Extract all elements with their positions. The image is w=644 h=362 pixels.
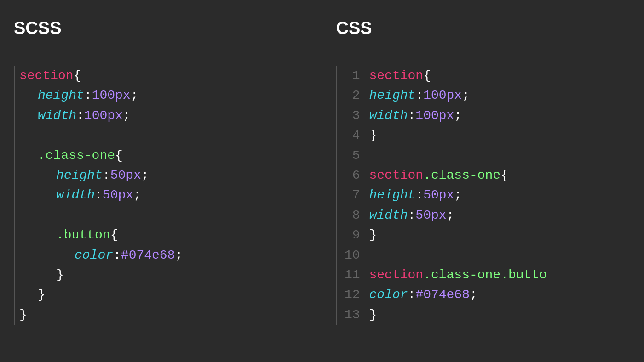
scss-line-3: width: 100px; <box>19 106 308 125</box>
css-line-9: 9 } <box>342 225 631 245</box>
css-line-12: 12 color: #074e68; <box>342 285 631 305</box>
scss-line-2: height: 100px; <box>19 85 308 105</box>
css-class-one-6: .class-one <box>423 165 500 185</box>
scss-line-5: .class-one { <box>19 146 308 165</box>
css-line-8: 8 width: 50px; <box>342 205 631 225</box>
scss-val-100px-2: 100px <box>84 106 123 125</box>
scss-code-block: section { height: 100px; width: 100px; .… <box>14 66 308 325</box>
css-line-5: 5 <box>342 146 631 165</box>
css-line-7: 7 height: 50px; <box>342 185 631 205</box>
css-prop-width2: width <box>369 205 408 225</box>
scss-class-one: .class-one <box>38 146 115 165</box>
css-class-button-11: .butto <box>500 265 547 285</box>
css-selector-section-2: section <box>369 165 424 185</box>
css-val-50px-2: 50px <box>415 205 446 225</box>
scss-class-button: .button <box>56 225 110 245</box>
css-linenum-5: 5 <box>342 146 360 165</box>
css-title: CSS <box>336 18 631 38</box>
css-line-4: 4 } <box>342 125 631 145</box>
css-linenum-13: 13 <box>342 305 360 325</box>
css-code-block: 1 section { 2 height: 100px; 3 width: 10… <box>336 66 631 325</box>
css-linenum-8: 8 <box>342 205 360 225</box>
css-linenum-4: 4 <box>342 125 360 145</box>
scss-line-6: height: 50px; <box>19 165 308 185</box>
css-line-2: 2 height: 100px; <box>342 85 631 105</box>
scss-title: SCSS <box>14 18 308 38</box>
scss-line-13: } <box>19 305 308 325</box>
css-selector-section-1: section <box>369 66 424 85</box>
scss-prop-width1: width <box>38 106 76 125</box>
css-linenum-11: 11 <box>342 265 360 285</box>
main-container: SCSS section { height: 100px; width: 100… <box>0 0 644 362</box>
scss-line-10: color: #074e68; <box>19 245 308 265</box>
css-selector-section-3: section <box>369 265 424 285</box>
scss-line-11: } <box>19 265 308 285</box>
css-linenum-7: 7 <box>342 185 360 205</box>
scss-val-50px-1: 50px <box>110 165 141 185</box>
scss-prop-height2: height <box>56 165 103 185</box>
css-line-13: 13 } <box>342 305 631 325</box>
css-line-3: 3 width: 100px; <box>342 106 631 125</box>
scss-line-4 <box>19 125 308 145</box>
css-val-100px-1: 100px <box>423 85 462 105</box>
css-panel: CSS 1 section { 2 height: 100px; 3 width… <box>322 0 644 362</box>
css-linenum-10: 10 <box>342 245 360 265</box>
css-linenum-12: 12 <box>342 285 360 305</box>
scss-line-7: width: 50px; <box>19 185 308 205</box>
scss-line-1: section { <box>19 66 308 85</box>
css-linenum-9: 9 <box>342 225 360 245</box>
scss-line-12: } <box>19 285 308 305</box>
scss-line-9: .button { <box>19 225 308 245</box>
css-val-100px-2: 100px <box>415 106 454 125</box>
css-val-50px-1: 50px <box>423 185 454 205</box>
scss-selector-section: section <box>19 66 74 85</box>
scss-val-100px-1: 100px <box>92 85 131 105</box>
css-prop-width1: width <box>369 106 408 125</box>
scss-val-color: #074e68 <box>121 245 175 265</box>
css-prop-color: color <box>369 285 408 305</box>
css-linenum-2: 2 <box>342 85 360 105</box>
css-prop-height2: height <box>369 185 416 205</box>
css-line-11: 11 section .class-one .butto <box>342 265 631 285</box>
css-line-6: 6 section .class-one { <box>342 165 631 185</box>
css-class-one-11: .class-one <box>423 265 500 285</box>
css-linenum-6: 6 <box>342 165 360 185</box>
css-prop-height1: height <box>369 85 416 105</box>
css-linenum-1: 1 <box>342 66 360 85</box>
css-line-10: 10 <box>342 245 631 265</box>
css-line-1: 1 section { <box>342 66 631 85</box>
css-val-color: #074e68 <box>415 285 470 305</box>
scss-prop-height1: height <box>38 85 84 105</box>
scss-prop-color: color <box>75 245 113 265</box>
scss-val-50px-2: 50px <box>103 185 133 205</box>
scss-line-8 <box>19 205 308 225</box>
scss-panel: SCSS section { height: 100px; width: 100… <box>0 0 322 362</box>
scss-prop-width2: width <box>56 185 95 205</box>
css-linenum-3: 3 <box>342 106 360 125</box>
